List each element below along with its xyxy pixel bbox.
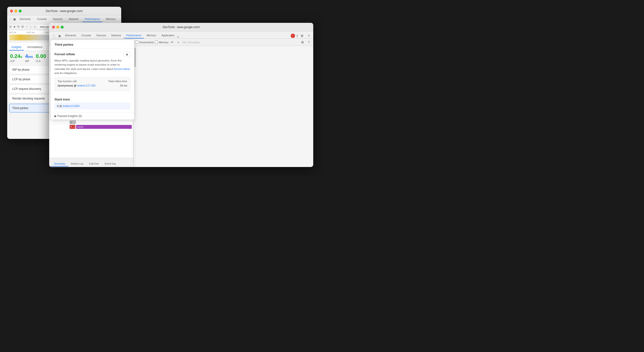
- back-record-icon[interactable]: ⊙: [9, 24, 12, 29]
- traffic-lights-front: [52, 26, 64, 29]
- front-perf-settings-icon[interactable]: ⚙: [300, 40, 305, 45]
- front-tab-application[interactable]: Application: [159, 33, 177, 39]
- back-lcp-metric: 0.24s LCP: [10, 53, 22, 63]
- function-info-vals: (anonymous) @ (index):117:335 34 ms: [58, 84, 127, 87]
- front-bottom-tabs: Summary Bottom-up Call tree Event log: [49, 158, 133, 167]
- forced-reflow-title: Forced reflow ▲: [54, 52, 130, 57]
- minimize-button-back[interactable]: [14, 10, 17, 13]
- back-cls-metric: 0.00 CLS: [36, 53, 46, 63]
- back-tab-sources[interactable]: Sources: [50, 16, 65, 22]
- back-reload-icon[interactable]: ↻: [17, 24, 20, 29]
- front-tab-performance[interactable]: Performance: [124, 33, 144, 39]
- back-lcp-val: 0.24s: [10, 53, 22, 59]
- maximize-button-back[interactable]: [19, 10, 22, 13]
- back-tab-application[interactable]: Application: [120, 16, 121, 22]
- close-button-back[interactable]: [10, 10, 13, 13]
- function-link[interactable]: (index):117:335: [77, 84, 95, 87]
- minimize-button-front[interactable]: [56, 26, 59, 29]
- front-screenshots-checkbox[interactable]: Screenshots: [135, 41, 154, 44]
- reflow-time-val: 34 ms: [120, 84, 127, 87]
- front-tab-memory[interactable]: Memory: [144, 33, 159, 39]
- device-icon[interactable]: ▣: [13, 17, 16, 22]
- stack-trace-item: A @ (index):5:1054: [54, 103, 130, 109]
- front-tab-elements[interactable]: Elements: [63, 33, 78, 39]
- back-inp-val: 4ms: [25, 53, 33, 59]
- passed-insights[interactable]: ▶ Passed insights (6): [51, 112, 134, 120]
- front-tab-network[interactable]: Network: [109, 33, 124, 39]
- back-tab-elements[interactable]: Elements: [17, 16, 33, 22]
- total-reflow-label: Total reflow time: [108, 80, 127, 83]
- back-inp-label: INP: [25, 60, 33, 63]
- front-error-badge[interactable]: ✕: [291, 34, 295, 38]
- forced-reflow-section: Forced reflow ▲ Many APIs, typically rea…: [51, 49, 134, 96]
- insight-third-parties-label: Third parties: [54, 43, 74, 46]
- inspector-icon[interactable]: ⬚: [9, 17, 12, 22]
- flame-row-10: A: [49, 120, 133, 124]
- forced-reflow-link[interactable]: forced reflow: [114, 68, 130, 70]
- maximize-button-front[interactable]: [61, 26, 64, 29]
- stack-trace-section: Stack trace A @ (index):5:1054: [51, 96, 134, 112]
- function-info-box: Top function call Total reflow time (ano…: [54, 77, 130, 91]
- front-error-count: 2: [296, 34, 298, 37]
- top-function-label: Top function call: [58, 80, 76, 83]
- back-ruler-1: 997 ms: [9, 31, 16, 34]
- front-tab-sources[interactable]: Sources: [94, 33, 108, 39]
- back-tab-network[interactable]: Network: [66, 16, 81, 22]
- collapse-btn[interactable]: ▲: [124, 52, 130, 57]
- stack-trace-label: Stack trace: [54, 98, 130, 101]
- front-tab-console[interactable]: Console: [79, 33, 93, 39]
- front-bottom-up[interactable]: Bottom-up: [68, 161, 86, 167]
- function-name-val: (anonymous) @ (index):117:335: [58, 84, 96, 87]
- front-network-icon[interactable]: ⇌: [170, 40, 175, 45]
- back-tab-performance[interactable]: Performance: [82, 16, 102, 22]
- front-device-icon[interactable]: ▣: [57, 33, 62, 39]
- back-clear-icon[interactable]: ⊘: [21, 24, 24, 29]
- front-help-icon[interactable]: ?: [306, 33, 311, 39]
- front-dev-tab-bar: ⬚ ▣ Elements Console Sources Network Per…: [49, 32, 313, 39]
- close-button-front[interactable]: [52, 26, 55, 29]
- front-screenshots-input[interactable]: [135, 41, 138, 44]
- front-dim-label[interactable]: Dim 3rd parties: [182, 41, 200, 44]
- back-stop-icon[interactable]: ●: [13, 24, 16, 29]
- front-event-log[interactable]: Event log: [102, 161, 118, 167]
- front-bottom-summary[interactable]: Summary: [51, 161, 68, 167]
- front-layers-icon[interactable]: ≡: [176, 40, 181, 45]
- front-inspector-icon[interactable]: ⬚: [51, 33, 56, 39]
- traffic-lights-back: [10, 10, 22, 13]
- back-tab-memory[interactable]: Memory: [104, 16, 118, 22]
- insight-card: Third parties Forced reflow ▲ Many APIs,…: [50, 40, 134, 120]
- insight-card-header: Third parties: [51, 40, 134, 49]
- back-ruler-2: 1,997 ms: [26, 31, 35, 34]
- flame-layout-row: R...e Layout: [49, 124, 133, 129]
- back-dev-toolbar: ⬚ ▣ Elements Console Sources Network Per…: [7, 15, 121, 23]
- front-perf-help-icon[interactable]: ?: [306, 40, 311, 45]
- front-memory-checkbox[interactable]: Memory: [155, 41, 168, 44]
- back-inp-metric: 4ms INP: [25, 53, 33, 63]
- back-window-title: DevTools - www.google.com/: [46, 9, 82, 13]
- front-window-title: DevTools - www.google.com/: [163, 26, 200, 29]
- back-cls-val: 0.00: [36, 53, 46, 59]
- flame-a[interactable]: A: [70, 120, 76, 124]
- back-title-bar: DevTools - www.google.com/: [7, 7, 121, 15]
- flame-re[interactable]: R...e: [70, 125, 75, 129]
- front-call-tree[interactable]: Call tree: [86, 161, 102, 167]
- front-settings-icon[interactable]: ⚙: [299, 33, 304, 39]
- function-info-header: Top function call Total reflow time: [58, 80, 127, 83]
- back-insights-tab[interactable]: Insights: [9, 44, 24, 51]
- back-lcp-label: LCP: [10, 60, 22, 63]
- front-memory-input[interactable]: [155, 41, 158, 44]
- forced-reflow-desc: Many APIs, typically reading layout geom…: [54, 59, 130, 75]
- stack-trace-link[interactable]: (index):5:1054: [63, 105, 80, 107]
- flame-layout[interactable]: Layout: [76, 125, 132, 129]
- back-upload-icon[interactable]: ↑: [26, 24, 28, 29]
- back-tab-console[interactable]: Console: [34, 16, 49, 22]
- front-tab-overflow[interactable]: »: [177, 35, 179, 39]
- front-title-bar: DevTools - www.google.com/: [49, 23, 313, 32]
- back-cls-label: CLS: [36, 60, 46, 63]
- back-annotations-tab[interactable]: Annotations: [25, 44, 45, 51]
- back-download-icon[interactable]: ↓: [29, 24, 32, 29]
- back-home-icon[interactable]: ⌂: [33, 24, 36, 29]
